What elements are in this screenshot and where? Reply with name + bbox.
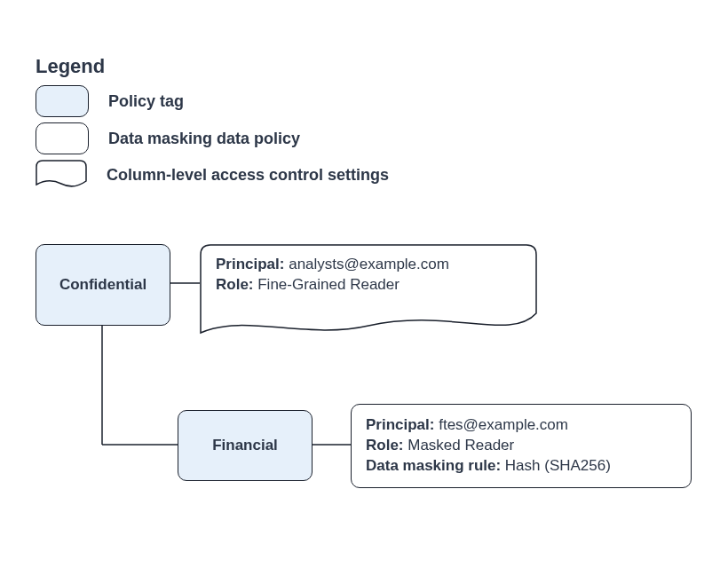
principal-key: Principal:: [366, 416, 434, 433]
role-key: Role:: [216, 276, 254, 293]
role-value: Masked Reader: [404, 437, 515, 454]
rule-value: Hash (SHA256): [501, 457, 611, 474]
legend-row-acl-settings: Column-level access control settings: [36, 160, 389, 190]
acl-settings-swatch-icon: [36, 160, 87, 190]
policy-tag-confidential: Confidential: [36, 244, 170, 326]
legend-row-policy-tag: Policy tag: [36, 85, 184, 117]
principal-value: analysts@example.com: [284, 256, 448, 272]
legend-label-acl-settings: Column-level access control settings: [107, 166, 389, 185]
principal-key: Principal:: [216, 256, 284, 272]
policy-tag-confidential-label: Confidential: [59, 276, 146, 294]
policy-tag-financial-label: Financial: [212, 437, 278, 454]
role-value: Fine-Grained Reader: [254, 276, 400, 293]
legend-row-masking-policy: Data masking data policy: [36, 122, 300, 154]
masking-policy-swatch-icon: [36, 122, 89, 154]
diagram-canvas: Legend Policy tag Data masking data poli…: [0, 0, 728, 568]
policy-tag-financial: Financial: [178, 410, 313, 481]
role-key: Role:: [366, 437, 404, 454]
principal-value: ftes@example.com: [434, 416, 567, 433]
rule-key: Data masking rule:: [366, 457, 501, 474]
acl-settings-confidential-content: Principal: analysts@example.com Role: Fi…: [216, 255, 521, 296]
legend-label-masking-policy: Data masking data policy: [108, 130, 300, 148]
acl-settings-confidential: Principal: analysts@example.com Role: Fi…: [200, 244, 537, 342]
legend-label-policy-tag: Policy tag: [108, 92, 184, 111]
masking-policy-financial: Principal: ftes@example.com Role: Masked…: [351, 404, 692, 488]
legend-title: Legend: [36, 55, 105, 78]
policy-tag-swatch-icon: [36, 85, 89, 117]
